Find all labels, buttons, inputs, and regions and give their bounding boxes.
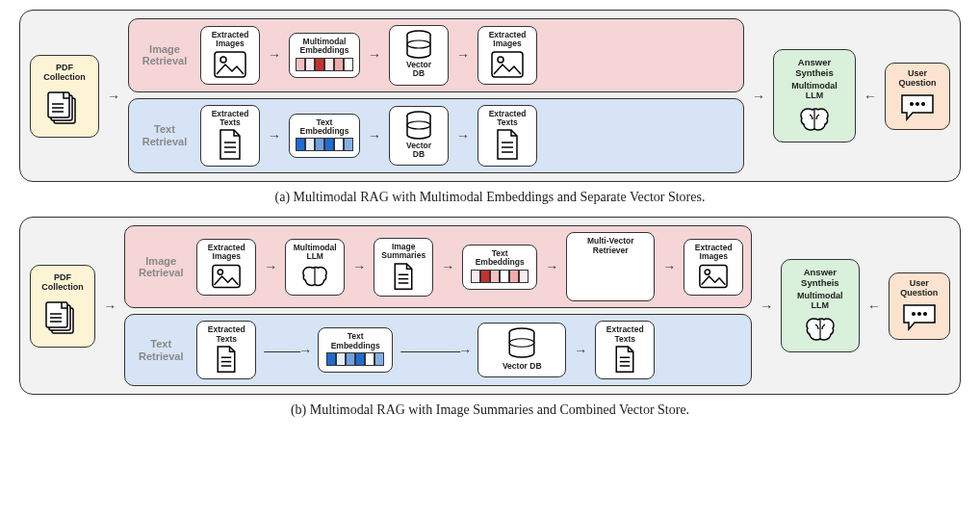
image-icon xyxy=(699,264,728,289)
pdf-stack-icon xyxy=(42,297,83,337)
svg-rect-29 xyxy=(213,265,240,287)
card-label: VectorDB xyxy=(406,61,431,79)
document-icon xyxy=(613,346,636,373)
svg-point-20 xyxy=(910,102,914,106)
vector-db-card: VectorDB xyxy=(389,25,449,86)
card-label: ExtractedTexts xyxy=(208,325,245,344)
combined-vector-db-card: Vector DB xyxy=(477,323,566,377)
arrow-icon: → xyxy=(456,47,470,63)
database-icon xyxy=(405,30,432,59)
extracted-texts-card-2: ExtractedTexts xyxy=(477,105,537,168)
pdf-collection-label: PDFCollection xyxy=(37,64,92,83)
figure-b-container: PDFCollection → ImageRetrieval Extracted… xyxy=(19,217,961,395)
answer-synthesis-box: AnswerSyntheis MultimodalLLM xyxy=(773,49,856,142)
image-summaries-card: ImageSummaries xyxy=(374,238,433,297)
image-icon xyxy=(212,264,241,289)
text-embeddings-card: TextEmbeddings xyxy=(462,245,537,290)
text-embeddings-card: TextEmbeddings xyxy=(289,114,360,159)
arrow-icon: → xyxy=(268,128,281,143)
arrow-icon: → xyxy=(456,128,470,143)
embedding-strip-icon xyxy=(326,352,384,366)
card-label: ExtractedTexts xyxy=(212,110,249,128)
figure-b-caption: (b) Multimodal RAG with Image Summaries … xyxy=(19,402,961,418)
card-label: TextEmbeddings xyxy=(331,332,380,350)
chat-icon xyxy=(899,92,936,121)
image-icon xyxy=(491,51,524,78)
arrow-icon: → xyxy=(441,259,454,274)
card-label: Vector DB xyxy=(503,362,542,371)
arrow-icon: → xyxy=(352,259,366,274)
svg-rect-10 xyxy=(492,52,523,77)
embedding-strip-icon xyxy=(296,138,353,151)
card-label: TextEmbeddings xyxy=(476,249,525,268)
extracted-images-card-2: ExtractedImages xyxy=(477,26,537,85)
svg-rect-25 xyxy=(46,302,67,327)
svg-rect-34 xyxy=(700,265,727,287)
arrow-icon: → xyxy=(864,89,877,104)
image-retrieval-row: ImageRetrieval ExtractedImages → Multimo… xyxy=(124,225,752,308)
arrow-icon: → xyxy=(268,47,281,63)
brain-icon xyxy=(798,105,831,134)
document-icon xyxy=(218,129,243,160)
card-label: ExtractedTexts xyxy=(489,110,527,128)
document-icon xyxy=(392,263,415,290)
text-retrieval-row: TextRetrieval ExtractedTexts → TextEmbed… xyxy=(128,98,744,174)
user-question-label: UserQuestion xyxy=(900,279,938,298)
brain-icon xyxy=(300,264,329,289)
brain-icon xyxy=(804,315,837,344)
svg-rect-6 xyxy=(215,52,245,77)
arrow-icon: → xyxy=(545,259,558,274)
pdf-collection-box: PDFCollection xyxy=(30,265,95,348)
image-retrieval-label: ImageRetrieval xyxy=(137,43,193,67)
arrow-icon: → xyxy=(368,47,381,63)
user-question-box: UserQuestion xyxy=(889,272,950,340)
card-label: ImageSummaries xyxy=(381,243,426,261)
embedding-strip-icon xyxy=(471,270,529,283)
user-question-box: UserQuestion xyxy=(885,63,950,130)
text-embeddings-card: TextEmbeddings xyxy=(318,327,393,373)
arrow-icon: → xyxy=(760,298,773,314)
arrow-icon: → xyxy=(103,298,116,314)
svg-rect-2 xyxy=(48,92,69,117)
retrieval-stack-a: ImageRetrieval ExtractedImages → Multimo… xyxy=(128,18,744,173)
figure-a-caption: (a) Multimodal RAG with Multimodal Embed… xyxy=(19,190,961,205)
arrow-icon: → xyxy=(867,298,881,314)
arrow-icon: → xyxy=(752,89,765,104)
extracted-texts-card: ExtractedTexts xyxy=(200,105,260,168)
answer-label: AnswerSyntheis xyxy=(801,268,839,288)
arrow-icon: —————→ xyxy=(400,343,470,358)
image-retrieval-row: ImageRetrieval ExtractedImages → Multimo… xyxy=(128,18,744,92)
card-label: Multi-VectorRetriever xyxy=(587,237,634,255)
answer-label: AnswerSyntheis xyxy=(795,58,834,78)
answer-sublabel: MultimodalLLM xyxy=(797,292,843,311)
database-icon xyxy=(507,327,536,358)
answer-sublabel: MultimodalLLM xyxy=(791,82,838,101)
figure-a-container: PDFCollection → ImageRetrieval Extracted… xyxy=(19,10,961,182)
card-label: ExtractedImages xyxy=(208,244,245,262)
document-icon xyxy=(215,346,238,373)
pdf-collection-box: PDFCollection xyxy=(30,55,99,138)
vector-db-card-2: VectorDB xyxy=(389,106,449,167)
card-label: MultimodalEmbeddings xyxy=(299,38,348,56)
card-label: ExtractedTexts xyxy=(606,325,644,344)
svg-point-21 xyxy=(916,102,919,106)
arrow-icon: → xyxy=(574,343,587,358)
retrieval-stack-b: ImageRetrieval ExtractedImages → Multimo… xyxy=(124,225,752,386)
svg-point-22 xyxy=(921,102,925,106)
extracted-images-card-2: ExtractedImages xyxy=(683,239,743,296)
card-label: ExtractedImages xyxy=(489,31,527,49)
extracted-images-card: ExtractedImages xyxy=(200,26,260,85)
arrow-icon: → xyxy=(662,259,676,274)
card-label: TextEmbeddings xyxy=(299,118,348,137)
svg-point-46 xyxy=(923,312,927,316)
arrow-icon: → xyxy=(264,259,277,274)
text-retrieval-label: TextRetrieval xyxy=(133,338,189,362)
arrow-icon: → xyxy=(368,128,381,143)
svg-point-44 xyxy=(912,312,916,316)
card-label: ExtractedImages xyxy=(212,31,249,49)
text-retrieval-label: TextRetrieval xyxy=(137,123,193,147)
answer-synthesis-box: AnswerSyntheis MultimodalLLM xyxy=(781,259,859,352)
multimodal-embeddings-card: MultimodalEmbeddings xyxy=(289,33,360,78)
pdf-stack-icon xyxy=(44,87,85,127)
database-icon xyxy=(405,111,432,140)
